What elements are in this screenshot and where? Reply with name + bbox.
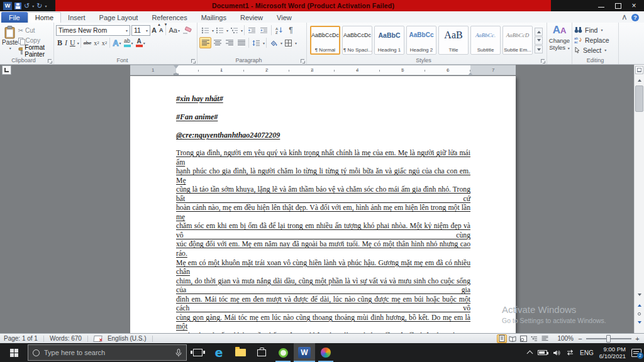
- shrink-font-button[interactable]: A▼: [158, 25, 165, 36]
- tab-stop-selector[interactable]: [2, 65, 11, 75]
- style-no-spaci[interactable]: AaBbCcDc¶ No Spaci...: [342, 26, 372, 55]
- next-page-button[interactable]: [635, 319, 643, 327]
- close-button[interactable]: ×: [630, 3, 638, 9]
- font-family-combo[interactable]: Times New Rom▾: [56, 25, 130, 36]
- paragraph-dialog-launcher[interactable]: [301, 59, 304, 63]
- previous-page-button[interactable]: [635, 301, 643, 309]
- battery-icon[interactable]: [538, 350, 547, 355]
- tab-page-layout[interactable]: Page Layout: [92, 12, 145, 23]
- borders-button[interactable]: [282, 37, 294, 48]
- bold-button[interactable]: B: [56, 37, 64, 48]
- superscript-button[interactable]: x2: [101, 37, 109, 48]
- style-subtitle[interactable]: AaBbCc.Subtitle: [470, 26, 501, 55]
- cut-button[interactable]: ✂Cut: [18, 26, 52, 35]
- input-language[interactable]: ENG: [580, 349, 594, 356]
- taskbar-coccoc[interactable]: [272, 343, 294, 362]
- qat-customize-icon[interactable]: ▾: [45, 4, 47, 8]
- style-title[interactable]: AaBTitle: [438, 26, 469, 55]
- font-dialog-launcher[interactable]: [191, 59, 195, 63]
- scroll-up-button[interactable]: [635, 76, 643, 84]
- replace-button[interactable]: abac Replace: [574, 35, 616, 45]
- align-left-button[interactable]: [199, 37, 211, 48]
- styles-scroll-down[interactable]: [535, 36, 543, 45]
- strikethrough-button[interactable]: abe: [82, 37, 93, 48]
- select-button[interactable]: Select▾: [574, 45, 616, 55]
- format-painter-button[interactable]: Format Painter: [18, 46, 52, 55]
- tab-insert[interactable]: Insert: [61, 12, 92, 23]
- italic-button[interactable]: I: [64, 37, 69, 48]
- decrease-indent-button[interactable]: [246, 25, 258, 36]
- change-case-button[interactable]: Aa▾: [167, 25, 180, 36]
- ruler-toggle-button[interactable]: [635, 66, 643, 74]
- spellcheck-icon[interactable]: [94, 335, 102, 342]
- scroll-down-button[interactable]: [635, 291, 643, 299]
- network-icon[interactable]: [566, 349, 574, 356]
- sort-button[interactable]: AZ: [273, 25, 285, 36]
- styles-dialog-launcher[interactable]: [541, 59, 545, 63]
- zoom-track[interactable]: [586, 338, 631, 339]
- tab-home[interactable]: Home: [28, 12, 61, 23]
- line-spacing-button[interactable]: [250, 37, 262, 48]
- grow-font-button[interactable]: A▲: [150, 25, 158, 36]
- style-normal[interactable]: AaBbCcDc¶ Normal: [310, 26, 340, 55]
- scrollbar-thumb[interactable]: [635, 85, 643, 112]
- taskbar-search[interactable]: [28, 344, 187, 361]
- word-count[interactable]: Words: 670: [50, 335, 82, 342]
- zoom-in-button[interactable]: +: [635, 335, 640, 343]
- justify-button[interactable]: [235, 37, 247, 48]
- find-button[interactable]: Find▾: [574, 25, 616, 35]
- tab-file[interactable]: File: [1, 12, 28, 23]
- help-icon[interactable]: ?: [631, 14, 639, 21]
- style-heading-2[interactable]: AaBbCcHeading 2: [406, 26, 436, 55]
- language-status[interactable]: English (U.S.): [108, 335, 147, 342]
- volume-icon[interactable]: [553, 349, 560, 356]
- font-size-combo[interactable]: 11▾: [131, 25, 150, 36]
- left-indent-marker[interactable]: [174, 74, 179, 75]
- shading-button[interactable]: [268, 37, 280, 48]
- print-layout-view-button[interactable]: [497, 334, 507, 343]
- fullscreen-reading-view-button[interactable]: [508, 334, 518, 343]
- styles-scroll-up[interactable]: [535, 28, 543, 36]
- clock[interactable]: 9:00 PM 6/10/2021: [599, 346, 626, 359]
- vertical-scrollbar[interactable]: [634, 65, 644, 333]
- style-heading-1[interactable]: AaBbCHeading 1: [374, 26, 404, 55]
- document-page[interactable]: #xin hay nhất##Fan anime#@cre:nguyenthan…: [130, 76, 516, 333]
- taskbar-paint3d[interactable]: [315, 343, 336, 362]
- increase-indent-button[interactable]: [258, 25, 270, 36]
- zoom-out-button[interactable]: −: [577, 335, 583, 343]
- draft-view-button[interactable]: [540, 334, 550, 343]
- font-color-button[interactable]: A▾: [135, 37, 147, 48]
- restore-button[interactable]: [614, 3, 621, 9]
- select-browse-object-button[interactable]: [635, 310, 643, 318]
- paste-dropdown-icon[interactable]: ▾: [9, 46, 11, 50]
- right-indent-marker[interactable]: [468, 70, 473, 75]
- tab-view[interactable]: View: [270, 12, 299, 23]
- notification-center-icon[interactable]: 2: [631, 349, 641, 357]
- show-paragraph-marks-button[interactable]: ¶: [285, 25, 297, 36]
- web-layout-view-button[interactable]: [518, 334, 528, 343]
- underline-dropdown-icon[interactable]: ▾: [77, 41, 79, 45]
- document-content[interactable]: #xin hay nhất##Fan anime#@cre:nguyenthan…: [176, 94, 470, 362]
- tab-mailings[interactable]: Mailings: [194, 12, 233, 23]
- bullets-button[interactable]: [199, 25, 211, 36]
- numbering-button[interactable]: [214, 25, 226, 36]
- page-count[interactable]: Page: 1 of 1: [4, 335, 38, 342]
- text-effects-button[interactable]: A▾: [111, 37, 122, 48]
- undo-dropdown-icon[interactable]: ▾: [32, 4, 34, 8]
- multilevel-list-button[interactable]: [228, 25, 240, 36]
- taskbar-search-input[interactable]: [44, 349, 171, 356]
- clear-formatting-button[interactable]: [181, 25, 193, 36]
- styles-more-button[interactable]: [535, 45, 543, 53]
- taskbar-file-explorer[interactable]: [230, 343, 251, 362]
- undo-icon[interactable]: ↺: [24, 3, 30, 9]
- subscript-button[interactable]: x2: [92, 37, 101, 48]
- change-styles-button[interactable]: ChangeStyles ▾: [549, 37, 570, 51]
- align-right-button[interactable]: [223, 37, 235, 48]
- redo-icon[interactable]: ↻: [36, 3, 42, 9]
- minimize-button[interactable]: [597, 3, 605, 9]
- microphone-icon[interactable]: [175, 349, 182, 357]
- horizontal-ruler[interactable]: 11234567: [130, 65, 516, 75]
- highlight-button[interactable]: ab▾: [123, 37, 135, 48]
- save-icon[interactable]: [14, 3, 21, 9]
- tab-references[interactable]: References: [145, 12, 194, 23]
